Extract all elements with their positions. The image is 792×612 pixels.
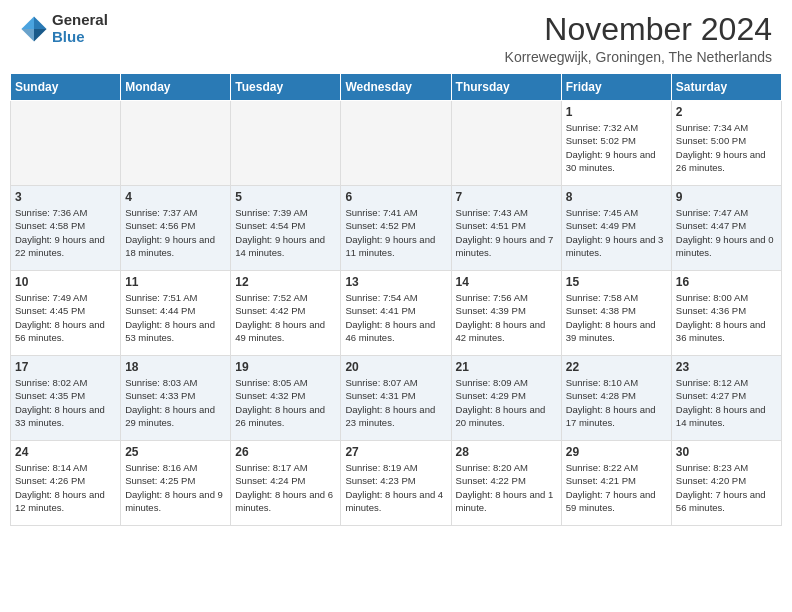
day-number: 15: [566, 275, 667, 289]
day-number: 11: [125, 275, 226, 289]
day-info: Sunrise: 7:34 AMSunset: 5:00 PMDaylight:…: [676, 121, 777, 174]
calendar-cell: 7Sunrise: 7:43 AMSunset: 4:51 PMDaylight…: [451, 186, 561, 271]
day-info: Sunrise: 7:56 AMSunset: 4:39 PMDaylight:…: [456, 291, 557, 344]
day-info: Sunrise: 7:45 AMSunset: 4:49 PMDaylight:…: [566, 206, 667, 259]
day-info: Sunrise: 7:47 AMSunset: 4:47 PMDaylight:…: [676, 206, 777, 259]
calendar-cell: 25Sunrise: 8:16 AMSunset: 4:25 PMDayligh…: [121, 441, 231, 526]
calendar-cell: 30Sunrise: 8:23 AMSunset: 4:20 PMDayligh…: [671, 441, 781, 526]
day-info: Sunrise: 7:41 AMSunset: 4:52 PMDaylight:…: [345, 206, 446, 259]
day-info: Sunrise: 8:07 AMSunset: 4:31 PMDaylight:…: [345, 376, 446, 429]
calendar-cell: 19Sunrise: 8:05 AMSunset: 4:32 PMDayligh…: [231, 356, 341, 441]
day-info: Sunrise: 7:54 AMSunset: 4:41 PMDaylight:…: [345, 291, 446, 344]
day-number: 3: [15, 190, 116, 204]
calendar-cell: [451, 101, 561, 186]
calendar-cell: 26Sunrise: 8:17 AMSunset: 4:24 PMDayligh…: [231, 441, 341, 526]
calendar-cell: 10Sunrise: 7:49 AMSunset: 4:45 PMDayligh…: [11, 271, 121, 356]
week-row-5: 24Sunrise: 8:14 AMSunset: 4:26 PMDayligh…: [11, 441, 782, 526]
day-number: 8: [566, 190, 667, 204]
calendar-cell: 8Sunrise: 7:45 AMSunset: 4:49 PMDaylight…: [561, 186, 671, 271]
weekday-header-friday: Friday: [561, 74, 671, 101]
day-info: Sunrise: 8:17 AMSunset: 4:24 PMDaylight:…: [235, 461, 336, 514]
day-info: Sunrise: 8:19 AMSunset: 4:23 PMDaylight:…: [345, 461, 446, 514]
logo-general-text: General: [52, 12, 108, 29]
weekday-header-sunday: Sunday: [11, 74, 121, 101]
calendar-cell: 27Sunrise: 8:19 AMSunset: 4:23 PMDayligh…: [341, 441, 451, 526]
day-number: 10: [15, 275, 116, 289]
day-number: 24: [15, 445, 116, 459]
calendar-cell: [11, 101, 121, 186]
day-number: 29: [566, 445, 667, 459]
logo-icon: [20, 15, 48, 43]
calendar-cell: 18Sunrise: 8:03 AMSunset: 4:33 PMDayligh…: [121, 356, 231, 441]
calendar-cell: 29Sunrise: 8:22 AMSunset: 4:21 PMDayligh…: [561, 441, 671, 526]
weekday-header-tuesday: Tuesday: [231, 74, 341, 101]
page-header: General Blue November 2024 Korrewegwijk,…: [0, 0, 792, 73]
day-info: Sunrise: 7:32 AMSunset: 5:02 PMDaylight:…: [566, 121, 667, 174]
day-info: Sunrise: 8:05 AMSunset: 4:32 PMDaylight:…: [235, 376, 336, 429]
calendar-cell: 20Sunrise: 8:07 AMSunset: 4:31 PMDayligh…: [341, 356, 451, 441]
weekday-header-thursday: Thursday: [451, 74, 561, 101]
calendar-cell: 9Sunrise: 7:47 AMSunset: 4:47 PMDaylight…: [671, 186, 781, 271]
calendar-cell: 6Sunrise: 7:41 AMSunset: 4:52 PMDaylight…: [341, 186, 451, 271]
weekday-header-saturday: Saturday: [671, 74, 781, 101]
day-info: Sunrise: 8:22 AMSunset: 4:21 PMDaylight:…: [566, 461, 667, 514]
day-info: Sunrise: 8:14 AMSunset: 4:26 PMDaylight:…: [15, 461, 116, 514]
day-number: 16: [676, 275, 777, 289]
calendar-cell: 1Sunrise: 7:32 AMSunset: 5:02 PMDaylight…: [561, 101, 671, 186]
day-info: Sunrise: 8:02 AMSunset: 4:35 PMDaylight:…: [15, 376, 116, 429]
calendar-cell: 11Sunrise: 7:51 AMSunset: 4:44 PMDayligh…: [121, 271, 231, 356]
day-number: 18: [125, 360, 226, 374]
calendar-cell: 22Sunrise: 8:10 AMSunset: 4:28 PMDayligh…: [561, 356, 671, 441]
svg-marker-1: [21, 16, 34, 29]
calendar-cell: [341, 101, 451, 186]
day-number: 26: [235, 445, 336, 459]
calendar-cell: 12Sunrise: 7:52 AMSunset: 4:42 PMDayligh…: [231, 271, 341, 356]
day-info: Sunrise: 7:52 AMSunset: 4:42 PMDaylight:…: [235, 291, 336, 344]
day-number: 25: [125, 445, 226, 459]
day-number: 7: [456, 190, 557, 204]
weekday-header-monday: Monday: [121, 74, 231, 101]
day-number: 30: [676, 445, 777, 459]
week-row-4: 17Sunrise: 8:02 AMSunset: 4:35 PMDayligh…: [11, 356, 782, 441]
calendar-cell: 28Sunrise: 8:20 AMSunset: 4:22 PMDayligh…: [451, 441, 561, 526]
calendar-cell: 24Sunrise: 8:14 AMSunset: 4:26 PMDayligh…: [11, 441, 121, 526]
calendar-cell: 21Sunrise: 8:09 AMSunset: 4:29 PMDayligh…: [451, 356, 561, 441]
logo: General Blue: [20, 12, 108, 45]
day-number: 17: [15, 360, 116, 374]
weekday-header-row: SundayMondayTuesdayWednesdayThursdayFrid…: [11, 74, 782, 101]
day-info: Sunrise: 8:03 AMSunset: 4:33 PMDaylight:…: [125, 376, 226, 429]
svg-marker-0: [34, 16, 47, 29]
day-number: 28: [456, 445, 557, 459]
calendar-cell: 14Sunrise: 7:56 AMSunset: 4:39 PMDayligh…: [451, 271, 561, 356]
day-info: Sunrise: 7:37 AMSunset: 4:56 PMDaylight:…: [125, 206, 226, 259]
week-row-1: 1Sunrise: 7:32 AMSunset: 5:02 PMDaylight…: [11, 101, 782, 186]
calendar-cell: 16Sunrise: 8:00 AMSunset: 4:36 PMDayligh…: [671, 271, 781, 356]
calendar-cell: 13Sunrise: 7:54 AMSunset: 4:41 PMDayligh…: [341, 271, 451, 356]
day-info: Sunrise: 7:36 AMSunset: 4:58 PMDaylight:…: [15, 206, 116, 259]
logo-blue-text: Blue: [52, 29, 108, 46]
calendar-wrapper: SundayMondayTuesdayWednesdayThursdayFrid…: [0, 73, 792, 536]
calendar-cell: 4Sunrise: 7:37 AMSunset: 4:56 PMDaylight…: [121, 186, 231, 271]
day-number: 2: [676, 105, 777, 119]
day-number: 12: [235, 275, 336, 289]
day-info: Sunrise: 7:39 AMSunset: 4:54 PMDaylight:…: [235, 206, 336, 259]
day-number: 9: [676, 190, 777, 204]
calendar-cell: 15Sunrise: 7:58 AMSunset: 4:38 PMDayligh…: [561, 271, 671, 356]
title-block: November 2024 Korrewegwijk, Groningen, T…: [505, 12, 772, 65]
day-number: 1: [566, 105, 667, 119]
day-info: Sunrise: 7:58 AMSunset: 4:38 PMDaylight:…: [566, 291, 667, 344]
svg-marker-2: [21, 29, 34, 42]
day-number: 5: [235, 190, 336, 204]
day-info: Sunrise: 8:09 AMSunset: 4:29 PMDaylight:…: [456, 376, 557, 429]
week-row-2: 3Sunrise: 7:36 AMSunset: 4:58 PMDaylight…: [11, 186, 782, 271]
calendar-cell: 3Sunrise: 7:36 AMSunset: 4:58 PMDaylight…: [11, 186, 121, 271]
calendar-cell: 2Sunrise: 7:34 AMSunset: 5:00 PMDaylight…: [671, 101, 781, 186]
day-number: 23: [676, 360, 777, 374]
calendar-table: SundayMondayTuesdayWednesdayThursdayFrid…: [10, 73, 782, 526]
calendar-cell: 5Sunrise: 7:39 AMSunset: 4:54 PMDaylight…: [231, 186, 341, 271]
day-number: 14: [456, 275, 557, 289]
svg-marker-3: [34, 29, 47, 42]
day-info: Sunrise: 7:43 AMSunset: 4:51 PMDaylight:…: [456, 206, 557, 259]
day-info: Sunrise: 8:00 AMSunset: 4:36 PMDaylight:…: [676, 291, 777, 344]
day-number: 20: [345, 360, 446, 374]
